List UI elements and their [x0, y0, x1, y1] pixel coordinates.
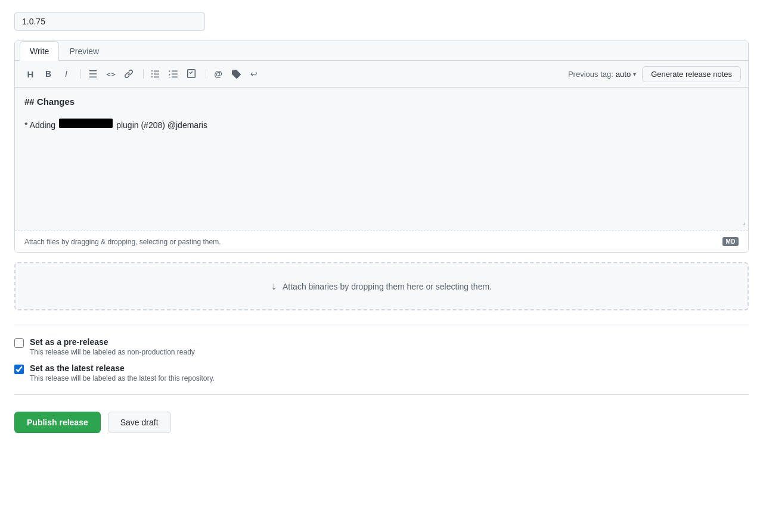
chevron-down-icon[interactable]: ▾ [633, 71, 636, 77]
markdown-badge: MD [722, 237, 739, 246]
action-buttons: Publish release Save draft [14, 407, 749, 433]
tab-write[interactable]: Write [20, 41, 59, 61]
previous-tag-value: auto [616, 70, 631, 79]
previous-tag-section: Previous tag: auto ▾ [568, 70, 636, 79]
blockquote-button[interactable] [85, 66, 101, 82]
content-heading: ## Changes [24, 95, 739, 109]
save-draft-button[interactable]: Save draft [108, 412, 171, 433]
publish-release-button[interactable]: Publish release [14, 412, 101, 433]
ordered-list-button[interactable] [165, 66, 182, 82]
toolbar-misc-group: @ ↩ [210, 66, 262, 82]
toolbar-list-group [147, 66, 200, 82]
release-options-section: Set as a pre-release This release will b… [14, 337, 749, 382]
toolbar-divider-1 [80, 69, 81, 79]
latest-release-label[interactable]: Set as the latest release [30, 363, 125, 373]
toolbar-text-group: H B I [22, 66, 75, 82]
heading-button[interactable]: H [22, 66, 39, 82]
pre-release-labels: Set as a pre-release This release will b… [30, 337, 195, 356]
pre-release-description: This release will be labeled as non-prod… [30, 348, 195, 356]
attach-bar: Attach files by dragging & dropping, sel… [15, 231, 748, 252]
toolbar: H B I <> @ [15, 61, 748, 88]
mention-button[interactable]: @ [210, 66, 227, 82]
list-item-prefix: * Adding [24, 119, 55, 132]
toolbar-format-group: <> [85, 66, 137, 82]
section-divider [14, 325, 749, 325]
latest-release-labels: Set as the latest release This release w… [30, 363, 215, 382]
toolbar-divider-2 [143, 69, 144, 79]
heading-text: ## Changes [24, 97, 75, 107]
resize-handle[interactable]: ⌟ [742, 217, 746, 228]
reference-button[interactable] [228, 66, 244, 82]
code-button[interactable]: <> [103, 66, 119, 82]
pre-release-label[interactable]: Set as a pre-release [30, 337, 108, 347]
tabs: Write Preview [15, 41, 748, 61]
toolbar-divider-3 [206, 69, 206, 79]
bold-button[interactable]: B [40, 66, 57, 82]
down-arrow-icon: ↓ [271, 280, 277, 293]
undo-button[interactable]: ↩ [246, 66, 262, 82]
latest-release-checkbox[interactable] [14, 365, 24, 374]
list-item-suffix: plugin (#208) @jdemaris [116, 119, 207, 132]
attach-binaries-area[interactable]: ↓ Attach binaries by dropping them here … [14, 262, 749, 310]
redacted-text [59, 119, 113, 128]
tab-preview[interactable]: Preview [59, 41, 109, 61]
content-list-item: * Adding plugin (#208) @jdemaris [24, 119, 739, 132]
latest-release-row: Set as the latest release This release w… [14, 363, 749, 382]
latest-release-description: This release will be labeled as the late… [30, 374, 215, 382]
italic-button[interactable]: I [58, 66, 75, 82]
unordered-list-button[interactable] [147, 66, 164, 82]
pre-release-checkbox[interactable] [14, 338, 24, 348]
editor-container: Write Preview H B I <> [14, 41, 749, 253]
link-button[interactable] [120, 66, 137, 82]
attach-text: Attach files by dragging & dropping, sel… [24, 238, 221, 246]
attach-binaries-text: Attach binaries by dropping them here or… [283, 282, 492, 291]
generate-release-notes-button[interactable]: Generate release notes [642, 66, 741, 82]
editor-content-area[interactable]: ## Changes * Adding plugin (#208) @jdema… [15, 88, 748, 231]
previous-tag-label: Previous tag: [568, 70, 613, 79]
bottom-divider [14, 394, 749, 395]
pre-release-row: Set as a pre-release This release will b… [14, 337, 749, 356]
task-list-button[interactable] [183, 66, 200, 82]
version-input[interactable]: 1.0.75 [14, 12, 205, 31]
